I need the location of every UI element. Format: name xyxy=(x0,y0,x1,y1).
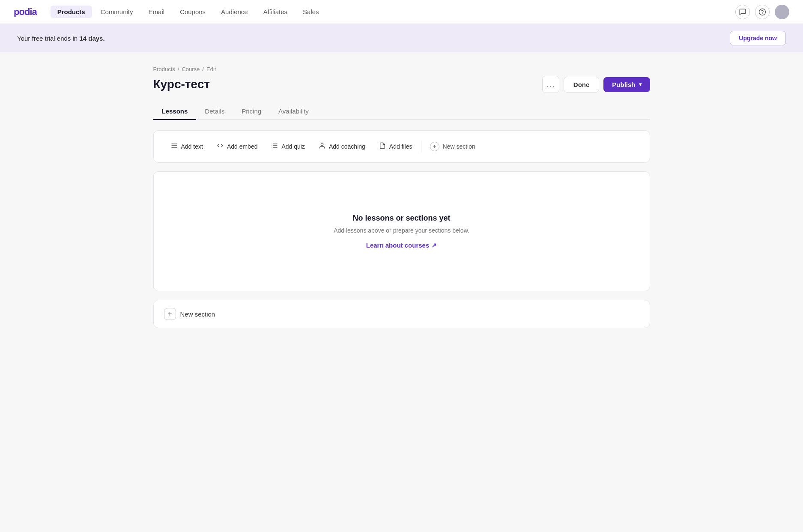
files-icon xyxy=(379,142,386,151)
toolbar-divider xyxy=(421,140,421,152)
help-icon-button[interactable] xyxy=(755,5,770,19)
add-text-button[interactable]: Add text xyxy=(164,139,210,154)
nav-links: Products Community Email Coupons Audienc… xyxy=(51,6,735,18)
nav-products[interactable]: Products xyxy=(51,6,92,18)
header-actions: ... Done Publish ▾ xyxy=(542,76,650,93)
avatar[interactable] xyxy=(775,5,789,19)
empty-subtitle: Add lessons above or prepare your sectio… xyxy=(334,227,469,234)
breadcrumb-course[interactable]: Course xyxy=(182,66,200,72)
breadcrumb-products[interactable]: Products xyxy=(153,66,175,72)
tab-lessons[interactable]: Lessons xyxy=(153,103,197,120)
add-quiz-label: Add quiz xyxy=(281,143,304,150)
more-options-button[interactable]: ... xyxy=(542,76,559,93)
navbar: podia Products Community Email Coupons A… xyxy=(0,0,803,24)
nav-community[interactable]: Community xyxy=(94,6,140,18)
done-button[interactable]: Done xyxy=(564,77,600,93)
publish-chevron-icon: ▾ xyxy=(639,81,642,87)
new-section-toolbar-label: New section xyxy=(443,143,475,150)
new-section-card[interactable]: + New section xyxy=(153,300,650,328)
add-embed-button[interactable]: Add embed xyxy=(210,139,265,154)
add-quiz-button[interactable]: Add quiz xyxy=(264,139,311,154)
add-files-button[interactable]: Add files xyxy=(372,139,419,154)
new-section-toolbar-button[interactable]: + New section xyxy=(423,138,482,155)
embed-icon xyxy=(217,142,224,151)
nav-icons xyxy=(735,5,789,19)
page-title: Курс-тест xyxy=(153,78,210,91)
new-section-plus-icon: + xyxy=(164,308,176,320)
tabs: Lessons Details Pricing Availability xyxy=(153,103,650,120)
add-text-label: Add text xyxy=(181,143,203,150)
learn-about-courses-link[interactable]: Learn about courses ↗ xyxy=(366,242,437,249)
add-coaching-label: Add coaching xyxy=(329,143,365,150)
empty-title: No lessons or sections yet xyxy=(352,214,450,223)
add-files-label: Add files xyxy=(389,143,412,150)
toolbar-card: Add text Add embed Add quiz Add coaching xyxy=(153,130,650,163)
svg-point-0 xyxy=(759,9,766,15)
add-embed-label: Add embed xyxy=(227,143,258,150)
add-coaching-button[interactable]: Add coaching xyxy=(312,139,372,154)
logo[interactable]: podia xyxy=(14,6,37,18)
coaching-icon xyxy=(319,142,325,151)
nav-affiliates[interactable]: Affiliates xyxy=(257,6,294,18)
learn-link-label: Learn about courses xyxy=(366,242,430,249)
text-icon xyxy=(171,142,178,151)
breadcrumb-edit: Edit xyxy=(206,66,216,72)
tab-availability[interactable]: Availability xyxy=(270,103,317,120)
nav-coupons[interactable]: Coupons xyxy=(173,6,212,18)
breadcrumb: Products / Course / Edit xyxy=(153,66,650,72)
empty-state-card: No lessons or sections yet Add lessons a… xyxy=(153,171,650,291)
tab-pricing[interactable]: Pricing xyxy=(233,103,270,120)
trial-banner: Your free trial ends in 14 days. Upgrade… xyxy=(0,24,803,52)
svg-point-11 xyxy=(321,143,323,145)
page-header: Курс-тест ... Done Publish ▾ xyxy=(153,76,650,93)
new-section-plus-icon: + xyxy=(430,142,439,151)
banner-text: Your free trial ends in 14 days. xyxy=(17,35,105,42)
chat-icon-button[interactable] xyxy=(735,5,750,19)
main-content: Products / Course / Edit Курс-тест ... D… xyxy=(136,52,667,342)
upgrade-button[interactable]: Upgrade now xyxy=(730,31,786,45)
publish-label: Publish xyxy=(612,81,635,88)
new-section-label: New section xyxy=(180,311,215,318)
nav-email[interactable]: Email xyxy=(142,6,172,18)
publish-button[interactable]: Publish ▾ xyxy=(603,77,650,92)
quiz-icon xyxy=(271,142,278,151)
nav-sales[interactable]: Sales xyxy=(296,6,326,18)
tab-details[interactable]: Details xyxy=(196,103,233,120)
nav-audience[interactable]: Audience xyxy=(214,6,255,18)
learn-link-arrow-icon: ↗ xyxy=(431,242,437,249)
